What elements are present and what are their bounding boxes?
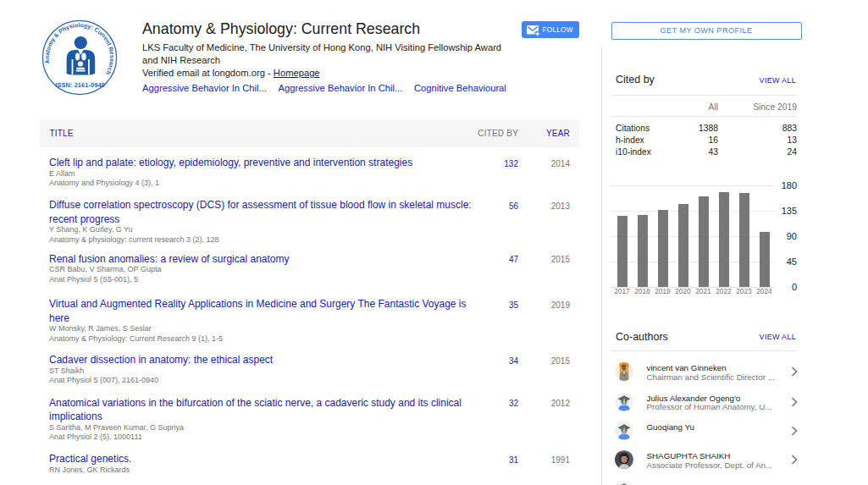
svg-text:ISSN: 2161-0940: ISSN: 2161-0940 <box>55 81 105 89</box>
